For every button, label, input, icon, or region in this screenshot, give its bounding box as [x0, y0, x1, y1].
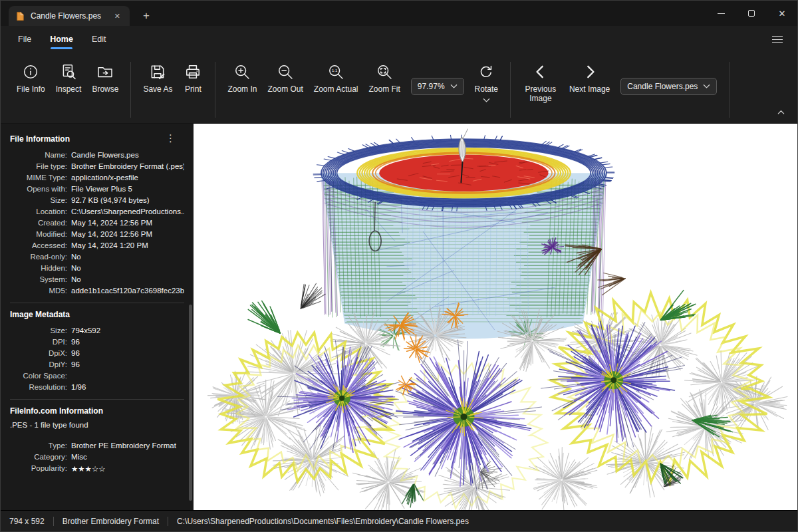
section-title-file-information: File Information — [10, 134, 184, 144]
info-label: Read-only: — [10, 253, 67, 261]
hamburger-menu-icon[interactable] — [769, 33, 785, 45]
zoom-actual-button[interactable]: 1:1 Zoom Actual — [309, 57, 364, 98]
button-label: Zoom Actual — [314, 84, 358, 94]
section-divider — [10, 399, 184, 400]
menu-edit[interactable]: Edit — [92, 26, 106, 53]
file-selector-dropdown[interactable]: Candle Flowers.pes — [620, 78, 717, 95]
inspect-button[interactable]: Inspect — [51, 57, 87, 98]
button-label: Inspect — [56, 84, 82, 94]
app-window: Candle Flowers.pes ✕ + ✕ File Home Edit … — [0, 0, 798, 532]
statusbar: 794 x 592 Brother Embroidery Format C:\U… — [1, 510, 797, 531]
minimize-button[interactable] — [706, 1, 736, 26]
info-label: Popularity: — [10, 464, 67, 473]
tab-close-icon[interactable]: ✕ — [112, 11, 123, 22]
info-row: Modified: May 14, 2024 12:56 PM — [10, 228, 184, 239]
save-as-button[interactable]: Save As — [138, 57, 178, 98]
section-title-fileinfo: FileInfo.com Information — [10, 406, 184, 416]
toolbar-group-output: Save As Print — [132, 57, 213, 98]
info-label: DpiX: — [10, 349, 67, 357]
menu-home[interactable]: Home — [50, 26, 73, 53]
info-row: MD5: adde1b1cac5f120a7c3698fec23b... — [10, 285, 184, 296]
info-row: File type: Brother Embroidery Format (.p… — [10, 160, 184, 172]
zoom-in-button[interactable]: Zoom In — [222, 57, 262, 98]
info-value: 96 — [71, 349, 184, 357]
info-value: Brother Embroidery Format (.pes) — [71, 162, 184, 170]
window-controls: ✕ — [706, 1, 797, 26]
next-image-button[interactable]: Next Image — [564, 57, 615, 98]
browse-button[interactable]: Browse — [86, 57, 124, 98]
info-row: Name: Candle Flowers.pes — [10, 149, 184, 160]
file-icon — [15, 11, 25, 21]
maximize-button[interactable] — [736, 1, 767, 26]
rotate-icon — [477, 63, 495, 80]
info-label: Type: — [10, 442, 67, 450]
print-button[interactable]: Print — [178, 57, 208, 98]
sidebar-scrollbar-thumb[interactable] — [189, 305, 192, 501]
info-label: Created: — [10, 219, 67, 227]
printer-icon — [184, 63, 201, 80]
info-label: Color Space: — [10, 372, 67, 380]
file-info-button[interactable]: File Info — [11, 57, 51, 98]
section-divider — [10, 303, 184, 303]
info-row: DpiY: 96 — [10, 358, 184, 370]
chevron-down-icon — [483, 98, 490, 103]
info-row: Category: Misc — [10, 451, 184, 462]
zoom-fit-button[interactable]: Zoom Fit — [364, 57, 406, 98]
info-value: Misc — [71, 453, 184, 461]
image-viewport[interactable] — [194, 124, 797, 510]
info-value: May 14, 2024 1:20 PM — [71, 241, 184, 249]
embroidery-image — [194, 124, 797, 510]
info-value: No — [71, 253, 184, 261]
info-row: Popularity: ★★★☆☆ — [10, 462, 184, 475]
info-value: No — [71, 264, 184, 272]
info-label: Size: — [10, 196, 67, 204]
info-row: Size: 794x592 — [10, 325, 184, 336]
zoom-fit-icon — [376, 63, 393, 80]
menu-file[interactable]: File — [18, 26, 31, 53]
minimize-icon — [718, 13, 725, 14]
info-value: Candle Flowers.pes — [71, 151, 184, 159]
image-metadata-rows: Size: 794x592 DPI: 96 DpiX: 96 — [10, 325, 184, 392]
info-label: MD5: — [10, 287, 67, 295]
info-label: Location: — [10, 207, 67, 215]
fileinfo-subtitle: .PES - 1 file type found — [10, 421, 184, 429]
collapse-ribbon-button[interactable] — [775, 106, 787, 119]
button-label: Next Image — [569, 84, 610, 94]
button-label: Zoom In — [227, 84, 257, 94]
button-label: Rotate — [475, 84, 498, 94]
info-value: May 14, 2024 12:56 PM — [71, 219, 184, 227]
tab-title: Candle Flowers.pes — [31, 11, 106, 21]
chevron-up-icon — [777, 110, 785, 115]
zoom-level-value: 97.97% — [418, 82, 445, 91]
info-value: application/x-pesfile — [71, 174, 184, 182]
info-label: DPI: — [10, 338, 67, 346]
kebab-menu-icon[interactable]: ⋮ — [162, 132, 179, 144]
info-row: Hidden: No — [10, 262, 184, 273]
info-value: 1/96 — [71, 383, 184, 391]
previous-image-button[interactable]: Previous Image — [517, 57, 564, 108]
document-tab[interactable]: Candle Flowers.pes ✕ — [9, 6, 130, 26]
button-label: Save As — [143, 84, 172, 94]
section-title-image-metadata: Image Metadata — [10, 310, 184, 319]
info-label: Size: — [10, 327, 67, 334]
info-label: Resolution: — [10, 383, 67, 391]
rotate-button[interactable]: Rotate — [469, 57, 503, 107]
close-button[interactable]: ✕ — [767, 1, 797, 26]
new-tab-button[interactable]: + — [139, 9, 154, 23]
info-label: DpiY: — [10, 360, 67, 368]
zoom-out-button[interactable]: Zoom Out — [262, 57, 308, 98]
zoom-level-select[interactable]: 97.97% — [411, 78, 464, 95]
button-label: Previous Image — [523, 84, 559, 104]
status-separator — [53, 517, 54, 526]
info-row: Opens with: File Viewer Plus 5 — [10, 183, 184, 194]
menubar: File Home Edit — [1, 26, 797, 53]
save-icon — [149, 63, 166, 80]
info-row: Created: May 14, 2024 12:56 PM — [10, 217, 184, 228]
button-label: Zoom Fit — [369, 84, 400, 94]
info-value: May 14, 2024 12:56 PM — [71, 230, 184, 238]
info-row: MIME Type: application/x-pesfile — [10, 172, 184, 183]
info-value: 92.7 KB (94,974 bytes) — [71, 196, 184, 204]
info-value: adde1b1cac5f120a7c3698fec23b... — [71, 287, 184, 295]
svg-text:1:1: 1:1 — [332, 68, 337, 72]
info-sidebar: ⋮ File Information Name: Candle Flowers.… — [1, 124, 194, 510]
